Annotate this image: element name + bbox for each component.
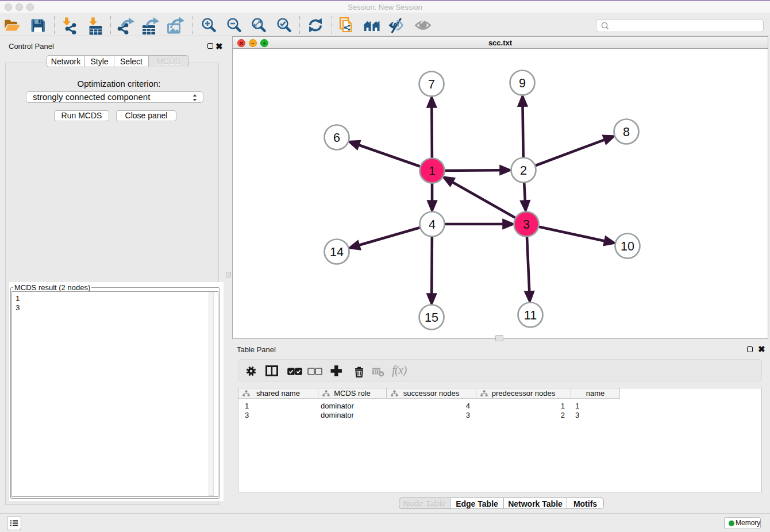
svg-text:9: 9	[519, 76, 526, 90]
svg-text:7: 7	[428, 78, 435, 91]
svg-text:14: 14	[330, 245, 344, 259]
svg-text:1: 1	[429, 164, 436, 178]
svg-text:2: 2	[520, 164, 527, 178]
svg-text:10: 10	[621, 240, 634, 253]
svg-text:3: 3	[523, 218, 530, 232]
svg-text:6: 6	[333, 131, 340, 145]
svg-text:4: 4	[429, 218, 436, 232]
svg-text:8: 8	[623, 125, 630, 139]
svg-text:15: 15	[425, 311, 438, 325]
svg-text:11: 11	[524, 309, 537, 322]
